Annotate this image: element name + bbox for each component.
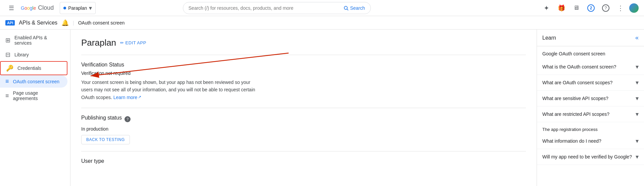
learn-section-sub: The app registration process [537, 122, 644, 133]
sidebar-item-label: Library [14, 52, 29, 57]
publishing-title: Publishing status [81, 115, 122, 121]
search-btn-label: Search [350, 5, 365, 11]
divider-1 [81, 55, 526, 55]
sidebar-item-oauth-consent[interactable]: ≡ OAuth consent screen [0, 75, 67, 88]
gift-button[interactable]: 🎁 [555, 2, 567, 14]
learn-panel-header: Learn « [537, 30, 644, 46]
publishing-status: In production [81, 126, 526, 132]
verification-section: Verification Status Verification not req… [81, 62, 526, 101]
subheader-divider: | [73, 20, 74, 26]
publishing-section: Publishing status ? In production BACK T… [81, 115, 526, 144]
sidebar-item-label: Enabled APIs & services [14, 35, 62, 46]
search-button[interactable]: Search [343, 5, 365, 11]
faq-item-4[interactable]: What information do I need? ▾ [537, 133, 644, 149]
sidebar-item-label: Page usage agreements [13, 90, 62, 101]
faq-item-3[interactable]: What are restricted API scopes? ▾ [537, 106, 644, 122]
gift-icon: 🎁 [558, 4, 565, 12]
faq-label-3: What are restricted API scopes? [542, 111, 609, 117]
more-button[interactable]: ⋮ [614, 2, 627, 14]
page-usage-icon: ≡ [5, 92, 9, 99]
library-icon: ⊟ [5, 51, 10, 58]
sidebar: ⊞ Enabled APIs & services ⊟ Library 🔑 Cr… [0, 30, 70, 186]
verification-description: Your consent screen is being shown, but … [81, 79, 256, 101]
spark-button[interactable]: ✦ [541, 2, 553, 14]
main-layout: ⊞ Enabled APIs & services ⊟ Library 🔑 Cr… [0, 30, 644, 186]
google-logo: Google [21, 5, 36, 11]
faq-item-5[interactable]: Will my app need to be verified by Googl… [537, 149, 644, 165]
project-name: Paraplan [68, 5, 87, 11]
search-bar: Search [183, 2, 371, 14]
svg-line-1 [347, 9, 348, 10]
faq-label-2: What are sensitive API scopes? [542, 96, 608, 101]
search-icon [343, 5, 349, 11]
chevron-down-icon-3: ▾ [636, 110, 639, 118]
external-link-icon: ↗ [138, 94, 141, 100]
user-type-title: User type [81, 158, 526, 164]
right-panel: Learn « Google OAuth consent screen What… [537, 30, 644, 186]
notification-number: 2 [587, 4, 595, 12]
topbar-right: ✦ 🎁 🖥 2 ? ⋮ [541, 2, 639, 14]
verification-title: Verification Status [81, 62, 526, 68]
subheader: API APIs & Services 🔔 | OAuth consent sc… [0, 16, 644, 30]
apis-services-title: APIs & Services [19, 20, 57, 26]
notification-button[interactable]: 2 [585, 2, 597, 14]
sidebar-item-credentials[interactable]: 🔑 Credentials [0, 61, 67, 75]
faq-item-0[interactable]: What is the OAuth consent screen? ▾ [537, 59, 644, 75]
search-input[interactable] [189, 5, 341, 11]
project-dot [63, 7, 66, 9]
chevron-down-icon-0: ▾ [636, 63, 639, 71]
chevron-down-icon-5: ▾ [636, 153, 639, 160]
back-to-testing-button[interactable]: BACK TO TESTING [81, 135, 130, 144]
sidebar-item-library[interactable]: ⊟ Library [0, 48, 67, 61]
divider-3 [81, 151, 526, 151]
faq-label-5: Will my app need to be verified by Googl… [542, 154, 632, 159]
faq-label-1: What are OAuth consent scopes? [542, 80, 612, 85]
oauth-consent-icon: ≡ [5, 78, 9, 85]
edit-icon: ✏ [120, 40, 124, 45]
hamburger-button[interactable]: ☰ [5, 2, 17, 14]
cloud-text: Cloud [38, 4, 54, 11]
learn-panel-title: Learn [542, 35, 556, 41]
main-content: Paraplan ✏ EDIT APP Verification Status … [70, 30, 537, 186]
faq-item-1[interactable]: What are OAuth consent scopes? ▾ [537, 75, 644, 91]
sidebar-item-label: Credentials [17, 65, 41, 71]
svg-point-0 [344, 6, 347, 9]
faq-label-4: What information do I need? [542, 138, 601, 144]
chevron-down-icon-2: ▾ [636, 95, 639, 102]
google-cloud-logo: Google Cloud [21, 4, 54, 11]
monitor-button[interactable]: 🖥 [570, 2, 582, 14]
edit-btn-label: EDIT APP [126, 40, 146, 45]
monitor-icon: 🖥 [573, 4, 579, 11]
chevron-down-icon-1: ▾ [636, 79, 639, 86]
bell-icon[interactable]: 🔔 [61, 19, 69, 27]
sidebar-item-enabled-apis[interactable]: ⊞ Enabled APIs & services [0, 32, 67, 48]
chevron-down-icon: ▾ [89, 4, 92, 12]
chevron-down-icon-4: ▾ [636, 137, 639, 145]
api-badge: API [5, 20, 15, 26]
credentials-icon: 🔑 [6, 64, 13, 72]
topbar-left: ☰ Google Cloud Paraplan ▾ [5, 2, 96, 14]
help-icon: ? [602, 4, 609, 12]
user-type-section: User type [81, 158, 526, 164]
sidebar-item-page-usage[interactable]: ≡ Page usage agreements [0, 88, 67, 104]
learn-more-link[interactable]: Learn more ↗ [113, 94, 142, 101]
page-heading: Paraplan ✏ EDIT APP [81, 38, 526, 48]
help-button[interactable]: ? [600, 2, 612, 14]
faq-label-0: What is the OAuth consent screen? [542, 64, 616, 69]
page-title: OAuth consent screen [78, 20, 125, 26]
faq-item-2[interactable]: What are sensitive API scopes? ▾ [537, 91, 644, 106]
topbar: ☰ Google Cloud Paraplan ▾ Search ✦ 🎁 [0, 0, 644, 16]
avatar[interactable] [629, 3, 639, 13]
publishing-title-row: Publishing status ? [81, 115, 526, 124]
sidebar-item-label: OAuth consent screen [13, 79, 60, 84]
more-icon: ⋮ [617, 4, 624, 12]
page-main-title: Paraplan [81, 38, 116, 48]
publishing-help-icon[interactable]: ? [125, 116, 131, 122]
project-selector[interactable]: Paraplan ▾ [60, 2, 96, 14]
edit-app-button[interactable]: ✏ EDIT APP [120, 40, 146, 45]
spark-icon: ✦ [544, 4, 549, 12]
divider-2 [81, 108, 526, 108]
collapse-panel-icon[interactable]: « [635, 34, 639, 41]
learn-section-title: Google OAuth consent screen [537, 46, 644, 59]
verification-status: Verification not required [81, 71, 526, 76]
